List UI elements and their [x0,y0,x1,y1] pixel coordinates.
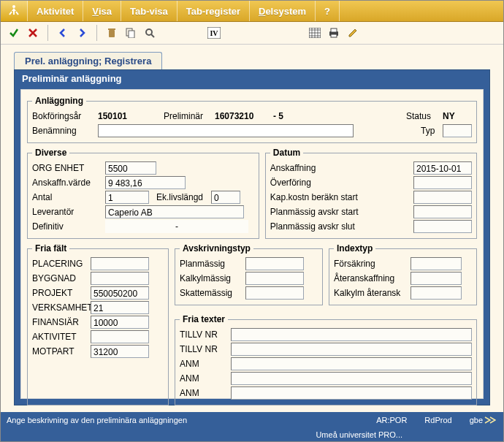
lbl-bokforingsar: Bokföringsår [32,111,98,121]
legend-anlaggning: Anläggning [32,96,86,106]
val-kalkylmassig[interactable] [245,272,304,285]
svg-rect-10 [331,28,337,32]
val-forsakring[interactable] [411,257,462,270]
menu-aktivitet[interactable]: Aktivitet [28,1,83,21]
lbl-leverantor: Leverantör [32,207,105,217]
group-diverse: Diverse ORG ENHET5500 Anskaffn.värde9 48… [27,148,259,239]
val-status: NY [443,111,472,121]
val-typ [443,124,472,137]
lbl-org-enhet: ORG ENHET [32,163,105,173]
val-tillv-nr-1[interactable] [231,328,472,341]
legend-avskrivningstyp: Avskrivningstyp [180,243,253,254]
val-aktivitet[interactable] [91,330,149,343]
svg-point-5 [146,29,152,35]
edit-pencil-icon[interactable] [344,24,362,42]
panel-title: Preliminär anläggning [15,70,489,87]
input-benamning[interactable] [98,124,354,137]
lbl-ek-livslangd: Ek.livslängd [156,192,211,202]
print-icon[interactable] [325,24,343,42]
legend-datum: Datum [270,148,303,158]
val-projekt[interactable]: 550050200 [91,286,149,300]
val-placering[interactable] [91,257,149,270]
lbl-projekt: PROJEKT [32,288,91,298]
legend-fria-texter: Fria texter [180,314,228,324]
val-tillv-nr-2[interactable] [231,343,472,356]
val-definitiv: - [105,220,248,233]
nav-forward-icon[interactable] [73,24,91,42]
val-org-enhet[interactable]: 5500 [105,161,156,175]
lbl-tillv-nr-1: TILLV NR [180,329,231,340]
delete-icon[interactable] [103,24,121,42]
lbl-motpart: MOTPART [32,346,91,357]
lbl-finansiar: FINANSIÄR [32,317,91,327]
group-indextyp: Indextyp Försäkring Återanskaffning Kalk… [329,243,477,305]
menu-tab-register[interactable]: Tab-register [177,1,250,21]
val-ek-livslangd[interactable]: 0 [211,191,240,204]
val-leverantor[interactable]: Caperio AB [105,205,244,218]
lbl-typ: Typ [421,126,443,136]
val-anm-3[interactable] [231,386,472,400]
val-anskaffning[interactable]: 2015-10-01 [413,161,472,175]
lbl-anm-3: ANM [180,388,231,398]
val-plan-slut[interactable] [413,220,472,233]
val-skattemassig[interactable] [245,286,304,300]
menu-visa[interactable]: Visa [83,1,121,21]
val-planmassig[interactable] [245,257,304,270]
menubar: Aktivitet Visa Tab-visa Tab-register Del… [1,1,503,22]
svg-rect-11 [331,34,337,37]
lbl-anm-1: ANM [180,359,231,369]
val-anm-2[interactable] [231,372,472,385]
menu-tab-visa[interactable]: Tab-visa [121,1,177,21]
lbl-benamning: Benämning [32,126,98,136]
tab-strip: Prel. anläggning; Registrera [14,49,503,69]
val-byggnad[interactable] [91,272,149,285]
lbl-skattemassig: Skattemässig [180,288,245,298]
status-slot4: Umeå universitet PRO... [316,430,402,439]
copy-icon[interactable] [122,24,140,42]
menu-help[interactable]: ? [316,1,340,21]
val-finansiar[interactable]: 10000 [91,316,149,329]
lbl-forsakring: Försäkring [334,259,411,269]
group-fria-texter: Fria texter TILLV NR TILLV NR ANM ANM AN… [175,314,477,405]
val-antal[interactable]: 1 [105,191,149,204]
tab-prel-anlaggning[interactable]: Prel. anläggning; Registrera [14,52,162,69]
val-preliminar-suffix: - 5 [273,111,310,121]
lbl-definitiv: Definitiv [32,221,105,232]
val-anm-1[interactable] [231,357,472,370]
val-overforing[interactable] [413,176,472,189]
val-motpart[interactable]: 31200 [91,345,149,358]
lbl-preliminar: Preliminär [164,111,215,121]
lbl-anskaffn-varde: Anskaffn.värde [32,178,105,188]
lbl-kalkylmassig: Kalkylmässig [180,273,245,283]
val-kap-start[interactable] [413,191,472,204]
val-verksamhet[interactable]: 21 [91,301,149,314]
app-runner-icon [1,1,28,21]
search-icon[interactable] [141,24,159,42]
val-plan-start[interactable] [413,205,472,218]
form-panel: Preliminär anläggning Anläggning Bokföri… [14,69,490,405]
nav-back-icon[interactable] [54,24,72,42]
svg-point-0 [12,5,15,8]
info-iv-icon[interactable]: IV [205,24,223,42]
val-kalkylm-ateransk[interactable] [411,286,462,300]
group-anlaggning: Anläggning Bokföringsår 150101 Preliminä… [27,96,477,143]
toolbar: IV [1,22,503,45]
val-anskaffn-varde[interactable]: 9 483,16 [105,176,186,189]
status-message: Ange beskrivning av den preliminära anlä… [7,416,187,424]
svg-rect-1 [109,30,115,37]
lbl-plan-slut: Planmässig avskr slut [270,221,380,232]
val-bokforingsar: 150101 [98,111,164,121]
lbl-verksamhet: VERKSAMHET [32,302,91,313]
svg-rect-4 [129,31,134,38]
status-chevron-icon[interactable] [483,416,497,424]
val-ateranskaffning[interactable] [411,272,462,285]
lbl-kalkylm-ateransk: Kalkylm återansk [334,288,411,298]
menu-delsystem[interactable]: Delsystem [250,1,316,21]
cancel-icon[interactable] [24,24,42,42]
ok-icon[interactable] [5,24,23,42]
legend-diverse: Diverse [32,148,69,158]
status-bar-line2: Umeå universitet PRO... [1,428,503,441]
lbl-anm-2: ANM [180,373,231,384]
grid-icon[interactable] [306,24,324,42]
status-bar: Ange beskrivning av den preliminära anlä… [1,412,503,428]
